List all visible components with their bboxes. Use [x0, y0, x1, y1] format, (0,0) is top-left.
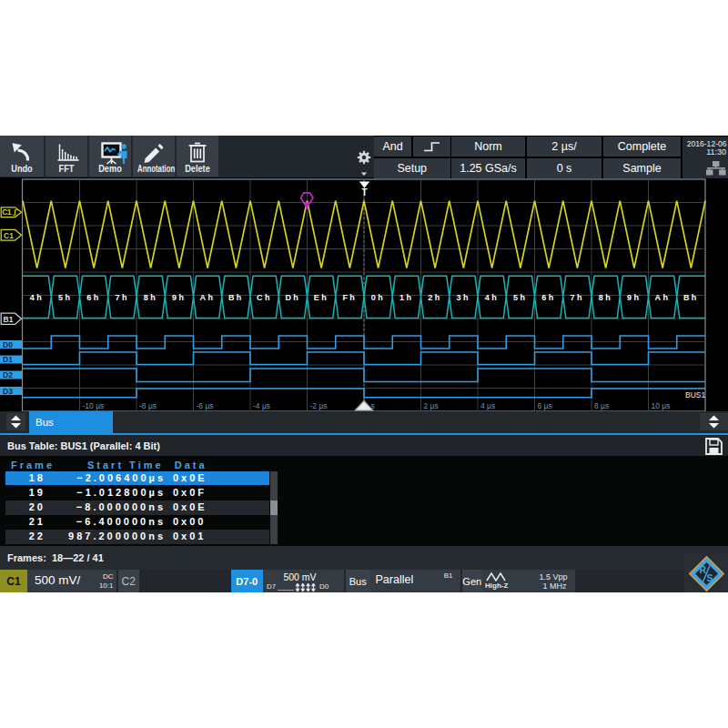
svg-text:2 µs: 2 µs — [424, 401, 439, 410]
svg-text:D1: D1 — [3, 355, 13, 364]
svg-text:Ch: Ch — [257, 293, 272, 302]
svg-text:Ah: Ah — [655, 293, 671, 302]
svg-text:D0: D0 — [3, 340, 13, 349]
svg-text:6h: 6h — [541, 293, 556, 302]
svg-text:Eh: Eh — [314, 293, 329, 302]
svg-text:S: S — [707, 572, 713, 583]
svg-text:Fh: Fh — [342, 293, 357, 302]
svg-text:T: T — [361, 187, 367, 197]
svg-text:9h: 9h — [627, 293, 642, 302]
svg-text:4h: 4h — [30, 293, 45, 302]
svg-text:C1: C1 — [4, 231, 14, 240]
svg-text:-10 µs: -10 µs — [83, 401, 105, 410]
svg-text:-6 µs: -6 µs — [197, 401, 214, 410]
svg-text:Ah: Ah — [200, 293, 216, 302]
svg-text:6h: 6h — [86, 293, 101, 302]
svg-text:2h: 2h — [428, 293, 442, 302]
svg-text:8h: 8h — [599, 293, 613, 302]
svg-text:BUS1: BUS1 — [685, 390, 705, 399]
svg-text:Dh: Dh — [285, 293, 300, 302]
svg-text:R: R — [700, 564, 707, 575]
svg-text:C1: C1 — [2, 207, 12, 217]
svg-text:0h: 0h — [371, 293, 386, 302]
svg-text:D3: D3 — [3, 387, 13, 396]
svg-text:10 µs: 10 µs — [652, 401, 671, 410]
svg-text:B1: B1 — [4, 315, 14, 324]
svg-text:5h: 5h — [513, 293, 528, 302]
svg-text:5h: 5h — [58, 293, 73, 302]
svg-text:7h: 7h — [571, 293, 585, 302]
svg-text:D2: D2 — [3, 370, 13, 379]
svg-text:7h: 7h — [116, 293, 130, 302]
svg-text:Bh: Bh — [228, 293, 244, 302]
svg-text:8h: 8h — [144, 293, 158, 302]
svg-text:8 µs: 8 µs — [594, 401, 609, 410]
svg-text:6 µs: 6 µs — [538, 401, 552, 410]
svg-text:1h: 1h — [399, 293, 414, 302]
svg-text:-4 µs: -4 µs — [253, 401, 270, 410]
svg-text:9h: 9h — [172, 293, 187, 302]
svg-text:3h: 3h — [457, 293, 471, 302]
svg-text:4h: 4h — [485, 293, 500, 302]
svg-text:Bh: Bh — [683, 293, 699, 302]
svg-text:-8 µs: -8 µs — [139, 401, 157, 410]
svg-text:4 µs: 4 µs — [480, 401, 495, 410]
svg-text:-2 µs: -2 µs — [310, 401, 328, 410]
